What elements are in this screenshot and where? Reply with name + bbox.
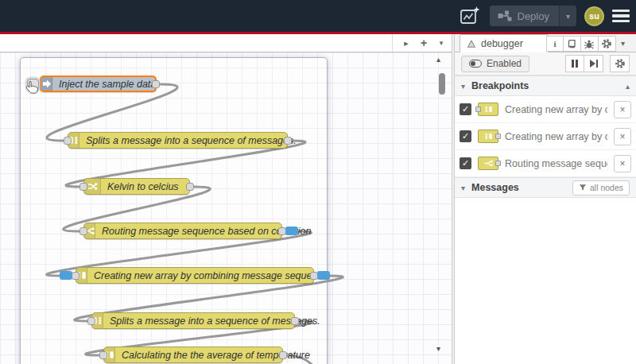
step-button[interactable] (584, 55, 603, 72)
breakpoint-checkbox[interactable]: ✓ (460, 103, 471, 115)
book-icon (566, 38, 577, 49)
mini-port (495, 161, 501, 166)
node-label: Inject the sample data (52, 79, 164, 90)
flow-node-change[interactable]: Kelvin to celcius (83, 178, 190, 195)
breakpoint-label: Creating new array by combining message … (505, 104, 607, 115)
breakpoint-marker-in[interactable] (60, 271, 72, 280)
input-port[interactable] (87, 317, 95, 325)
breakpoint-marker-out[interactable] (317, 271, 330, 280)
input-port[interactable] (80, 183, 87, 191)
canvas-scroll-up-icon[interactable]: ▴ (436, 55, 440, 64)
deploy-options-caret[interactable]: ▾ (559, 6, 576, 26)
chevron-down-icon: ▾ (461, 82, 465, 91)
node-label: Creating new array by combining message … (87, 270, 336, 281)
tab-debugger[interactable]: debugger (460, 34, 549, 52)
gear-icon (615, 58, 626, 69)
output-port[interactable] (279, 351, 287, 359)
remove-breakpoint-button[interactable]: × (614, 128, 631, 145)
canvas-scroll-down-icon[interactable]: ▾ (436, 344, 440, 353)
breakpoint-marker-out[interactable] (285, 227, 298, 235)
debug-tab-button[interactable] (581, 36, 599, 52)
flow-node-avg[interactable]: Calculating the the average of temperatu… (103, 347, 283, 363)
remove-breakpoint-button[interactable]: × (614, 101, 631, 118)
chevron-down-icon: ▾ (461, 184, 465, 192)
deploy-button[interactable]: Deploy ▾ (490, 6, 577, 26)
remove-breakpoint-button[interactable]: × (614, 155, 631, 172)
node-label: Kelvin to celcius (101, 181, 187, 192)
flow-node-join1[interactable]: Creating new array by combining message … (76, 267, 314, 284)
input-port[interactable] (72, 272, 80, 280)
breakpoint-label: Creating new array by combining message … (505, 131, 607, 142)
join-mini-node-icon (478, 130, 498, 143)
deploy-icon (498, 10, 512, 21)
breakpoint-checkbox[interactable]: ✓ (460, 130, 471, 142)
bug-icon (584, 38, 595, 49)
messages-section-header[interactable]: ▾ Messages all nodes (455, 177, 636, 198)
switch-mini-node-icon (478, 157, 498, 170)
canvas-scrollbar-thumb[interactable] (439, 73, 445, 95)
debugger-tab-icon (467, 39, 476, 48)
avatar[interactable]: su (584, 6, 604, 26)
node-red-app: Deploy ▾ su ▸ + ▾ Inject the sample data… (0, 0, 636, 364)
breakpoint-row: ✓Routing message sequence based on condi… (455, 150, 636, 177)
funnel-icon (579, 184, 587, 192)
inject-node-icon (41, 77, 52, 91)
flow-node-switch[interactable]: Routing message sequence based on condit… (83, 223, 282, 239)
node-label: Splits a message into a sequence of mess… (80, 135, 304, 146)
messages-filter-button[interactable]: all nodes (572, 180, 630, 196)
deploy-label: Deploy (518, 10, 549, 22)
input-port[interactable] (80, 227, 87, 235)
flow-canvas[interactable]: Inject the sample dataSplits a message i… (0, 52, 452, 364)
input-port[interactable] (99, 351, 107, 359)
flow-node-split2[interactable]: Splits a message into a sequence of mess… (91, 312, 295, 329)
assistant-icon[interactable] (458, 4, 482, 28)
flow-list-caret-icon[interactable]: ▾ (434, 39, 448, 47)
step-icon (590, 60, 598, 68)
sidebar: debugger i ▾ Enabled ▾ Br (455, 34, 636, 364)
mini-port (475, 106, 481, 112)
flow-node-split1[interactable]: Splits a message into a sequence of mess… (68, 132, 288, 149)
sidebar-tabs-caret-icon[interactable]: ▾ (621, 39, 625, 48)
pause-icon (572, 60, 578, 68)
cursor-hand-icon (25, 80, 39, 96)
output-port[interactable] (284, 137, 292, 145)
header-bar: Deploy ▾ su (0, 0, 636, 32)
config-tab-button[interactable] (599, 36, 616, 52)
output-port[interactable] (152, 80, 160, 88)
breakpoint-checkbox[interactable]: ✓ (460, 157, 471, 169)
breakpoints-list: ✓Creating new array by combining message… (455, 96, 636, 177)
breakpoint-label: Routing message sequence based on condit… (505, 158, 607, 169)
tab-scroll-right-icon[interactable]: ▸ (399, 38, 413, 48)
flow-node-inject[interactable]: Inject the sample data (40, 76, 157, 92)
main-menu-icon[interactable] (612, 10, 630, 22)
breakpoints-section-header[interactable]: ▾ Breakpoints ▴ (455, 76, 636, 96)
gear-icon (601, 38, 612, 49)
debugger-toolbar: Enabled (455, 52, 636, 76)
mini-port (495, 134, 501, 139)
info-icon: i (553, 39, 556, 48)
debugger-enabled-toggle[interactable]: Enabled (461, 56, 529, 72)
caret-down-icon: ▾ (566, 12, 570, 21)
sidebar-scroll-up-icon[interactable]: ▴ (626, 82, 630, 91)
workspace-tabbar: ▸ + ▾ (0, 34, 452, 52)
toggle-icon (469, 60, 482, 68)
join-mini-node-icon (478, 103, 498, 116)
pause-button[interactable] (565, 55, 584, 72)
help-tab-button[interactable] (564, 36, 581, 52)
sidebar-tabbar: debugger i ▾ (455, 34, 636, 52)
info-tab-button[interactable]: i (546, 36, 564, 52)
add-flow-icon[interactable]: + (417, 37, 431, 49)
input-port[interactable] (64, 137, 72, 145)
output-port[interactable] (186, 183, 194, 191)
debugger-settings-button[interactable] (610, 55, 630, 72)
breakpoint-row: ✓Creating new array by combining message… (455, 96, 636, 123)
output-port[interactable] (291, 317, 299, 325)
node-label: Calculating the the average of temperatu… (115, 350, 318, 361)
breakpoint-row: ✓Creating new array by combining message… (455, 123, 636, 150)
